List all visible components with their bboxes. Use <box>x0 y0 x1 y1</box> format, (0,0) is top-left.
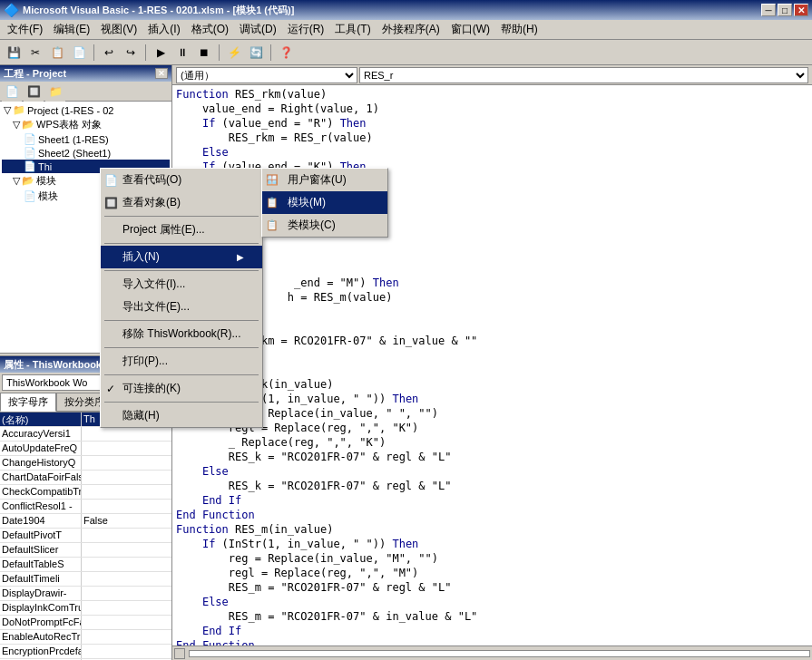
folder-icon: 📂 <box>22 119 34 131</box>
close-button[interactable]: ✕ <box>794 4 808 16</box>
props-table: (名称) Th AccuracyVersi1 AutoUpdateFreQ Ch… <box>0 412 171 660</box>
ctx-sep7 <box>104 402 259 403</box>
tb-sep1 <box>93 44 94 61</box>
props-row[interactable]: AccuracyVersi1 <box>0 427 171 442</box>
tb-save-icon[interactable]: 💾 <box>4 43 24 63</box>
menu-debug[interactable]: 调试(D) <box>234 20 282 39</box>
tb-copy-icon[interactable]: 📋 <box>47 43 67 63</box>
project-close-btn[interactable]: ✕ <box>155 68 168 79</box>
menu-file[interactable]: 文件(F) <box>2 20 48 39</box>
tb-cut-icon[interactable]: ✂ <box>25 43 45 63</box>
menu-view[interactable]: 视图(V) <box>95 20 142 39</box>
tb-reset-icon[interactable]: 🔄 <box>246 43 266 63</box>
props-row[interactable]: DefaultTimeli <box>0 572 171 587</box>
tb-run-icon[interactable]: ▶ <box>151 43 171 63</box>
menu-insert[interactable]: 插入(I) <box>142 20 185 39</box>
menu-format[interactable]: 格式(O) <box>186 20 234 39</box>
ctx-dockable[interactable]: ✓ 可连接的(K) <box>101 377 262 400</box>
ctx-check-icon: ✓ <box>106 383 115 395</box>
props-row[interactable]: Date1904 False <box>0 514 171 529</box>
tb-redo-icon[interactable]: ↪ <box>121 43 141 63</box>
ctx-import[interactable]: 导入文件(I)... <box>101 273 262 296</box>
tb-break-icon[interactable]: ⚡ <box>224 43 244 63</box>
ctx-remove[interactable]: 移除 ThisWorkbook(R)... <box>101 323 262 345</box>
props-row[interactable]: DoNotPromptFcFalse <box>0 616 171 630</box>
submenu-userform[interactable]: 🪟 用户窗体(U) <box>262 169 387 191</box>
window-controls: ─ □ ✕ <box>761 4 808 16</box>
tb-sep3 <box>219 44 220 61</box>
ctx-view-object[interactable]: 🔲 查看对象(B) <box>101 191 262 214</box>
props-row[interactable]: DefaultTableS <box>0 558 171 572</box>
app-icon: 🔷 <box>4 3 19 17</box>
proj-view-code-icon[interactable]: 📄 <box>2 82 22 102</box>
restore-button[interactable]: □ <box>778 4 792 16</box>
folder-icon: 📂 <box>22 175 34 187</box>
proj-toggle-folders-icon[interactable]: 📁 <box>45 82 65 102</box>
props-row[interactable]: CheckCompatibTrue <box>0 485 171 500</box>
tb-help-icon[interactable]: ❓ <box>276 43 296 63</box>
menu-tools[interactable]: 工具(T) <box>329 20 376 39</box>
ctx-view-code[interactable]: 📄 查看代码(O) <box>101 169 262 191</box>
menu-help[interactable]: 帮助(H) <box>495 20 543 39</box>
tb-paste-icon[interactable]: 📄 <box>69 43 89 63</box>
submenu-module[interactable]: 📋 模块(M) <box>262 191 387 214</box>
tb-sep2 <box>145 44 146 61</box>
title-bar: 🔷 Microsoft Visual Basic - 1-RES - 0201.… <box>0 0 812 20</box>
proj-view-obj-icon[interactable]: 🔲 <box>24 82 44 102</box>
project-title: 工程 - Project <box>4 67 66 81</box>
props-title: 属性 - ThisWorkbook <box>4 358 102 372</box>
view-switch-icon[interactable] <box>174 648 185 659</box>
tb-sep4 <box>270 44 271 61</box>
props-row[interactable]: DefaultSlicer <box>0 543 171 558</box>
ctx-print[interactable]: 打印(P)... <box>101 350 262 373</box>
window-title: Microsoft Visual Basic - 1-RES - 0201.xl… <box>23 4 761 17</box>
props-row[interactable]: AutoUpdateFreQ <box>0 442 171 456</box>
page-icon: 📄 <box>24 147 36 159</box>
code-panel: (通用） RES_r Function RES_rkm(value) value… <box>172 65 812 660</box>
ctx-sep2 <box>104 243 259 244</box>
tree-expand-icon: ▽ <box>13 175 20 187</box>
tree-item-sheet2[interactable]: 📄 Sheet2 (Sheet1) <box>2 146 170 160</box>
code-bottom-bar <box>172 645 812 660</box>
context-menu: 📄 查看代码(O) 🔲 查看对象(B) Project 属性(E)... 插入(… <box>100 168 263 428</box>
minimize-button[interactable]: ─ <box>761 4 776 16</box>
props-tab-alpha[interactable]: 按字母序 <box>0 393 56 412</box>
menu-window[interactable]: 窗口(W) <box>445 20 495 39</box>
props-row[interactable]: EncryptionPrcdefault <box>0 645 171 659</box>
tree-item-project[interactable]: ▽ 📁 Project (1-RES - 02 <box>2 103 170 117</box>
ctx-sep3 <box>104 270 259 271</box>
ctx-project-props[interactable]: Project 属性(E)... <box>101 218 262 241</box>
userform-icon: 🪟 <box>266 174 279 186</box>
project-panel-header: 工程 - Project ✕ <box>0 65 171 82</box>
props-row[interactable]: DisplayInkComTrue <box>0 601 171 616</box>
props-row[interactable]: ChartDataFoirFalse <box>0 471 171 485</box>
ctx-insert[interactable]: 插入(N) ▶ <box>101 246 262 268</box>
props-row[interactable]: ConflictResol1 - xlUserRe <box>0 500 171 514</box>
props-row[interactable]: DefaultPivotT <box>0 529 171 543</box>
ctx-sep1 <box>104 216 259 217</box>
tree-expand-icon: ▽ <box>13 119 20 131</box>
menu-edit[interactable]: 编辑(E) <box>48 20 95 39</box>
ctx-sep4 <box>104 320 259 321</box>
tb-stop-icon[interactable]: ⏹ <box>194 43 214 63</box>
submenu-classmodule[interactable]: 📋 类模块(C) <box>262 214 387 237</box>
page-icon: 📄 <box>24 133 36 145</box>
page-icon: 📄 <box>24 160 36 172</box>
tree-item-wpstables[interactable]: ▽ 📂 WPS表格 对象 <box>2 117 170 132</box>
props-row[interactable]: DisplayDrawir-4104 - xlDi <box>0 587 171 601</box>
props-row[interactable]: ChangeHistoryQ <box>0 456 171 471</box>
ctx-export[interactable]: 导出文件(E)... <box>101 296 262 318</box>
code-proc-dropdown[interactable]: RES_r <box>359 67 808 83</box>
classmodule-icon: 📋 <box>266 219 279 231</box>
horizontal-scrollbar[interactable] <box>189 650 810 657</box>
tb-undo-icon[interactable]: ↩ <box>99 43 119 63</box>
ctx-sep5 <box>104 347 259 348</box>
menu-addins[interactable]: 外接程序(A) <box>377 20 445 39</box>
tb-pause-icon[interactable]: ⏸ <box>172 43 192 63</box>
menu-run[interactable]: 运行(R) <box>282 20 330 39</box>
tree-item-sheet1[interactable]: 📄 Sheet1 (1-RES) <box>2 132 170 146</box>
props-row[interactable]: EnableAutoRecTrue <box>0 630 171 645</box>
code-scope-dropdown[interactable]: (通用） <box>176 67 357 83</box>
menu-bar: 文件(F) 编辑(E) 视图(V) 插入(I) 格式(O) 调试(D) 运行(R… <box>0 20 812 40</box>
ctx-hide[interactable]: 隐藏(H) <box>101 404 262 427</box>
